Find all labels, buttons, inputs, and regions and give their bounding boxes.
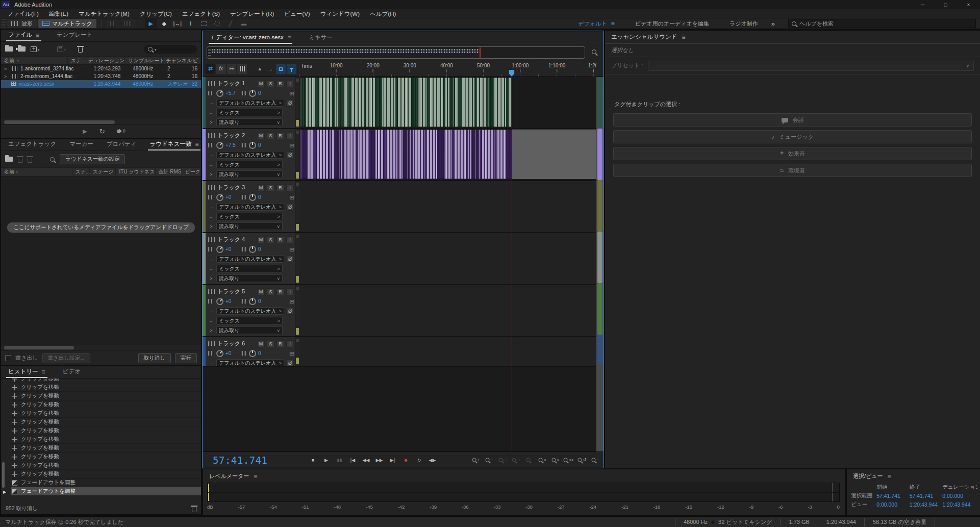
automation-mode-select[interactable]: 読み取り: [216, 170, 283, 178]
playhead-timecode[interactable]: 57:41.741: [213, 455, 267, 466]
history-item[interactable]: クリップを移動: [11, 444, 201, 453]
playhead-handle[interactable]: [509, 70, 515, 77]
selection-end[interactable]: 57:41.741: [910, 493, 942, 499]
track-name[interactable]: トラック 4: [217, 236, 245, 243]
solo-button[interactable]: S: [267, 340, 274, 347]
routing-button[interactable]: [227, 64, 237, 74]
history-scrollbar[interactable]: [2, 394, 5, 488]
mute-button[interactable]: M: [257, 288, 265, 295]
volume-value[interactable]: +0: [225, 246, 239, 252]
panel-tab[interactable]: テンプレート: [55, 31, 94, 41]
phase-invert-button[interactable]: Ø: [286, 256, 294, 263]
history-item[interactable]: クリップを移動: [11, 435, 201, 444]
navigator-zoom-icon[interactable]: [592, 49, 596, 54]
expand-chevron-icon[interactable]: >: [4, 66, 8, 71]
track-lane[interactable]: [299, 233, 596, 284]
level-meter[interactable]: [207, 483, 840, 502]
phase-invert-button[interactable]: Ø: [286, 152, 294, 159]
track-name[interactable]: トラック 2: [217, 132, 245, 139]
solo-button[interactable]: S: [267, 184, 274, 191]
arm-record-button[interactable]: R: [277, 236, 284, 243]
input-select[interactable]: デフォルトのステレオ入力: [216, 307, 284, 315]
zoom-selection-button[interactable]: [522, 454, 535, 466]
lasso-selection-tool-button[interactable]: [211, 19, 223, 28]
zoom-in-point-button[interactable]: <: [536, 454, 548, 466]
menu-item[interactable]: テンプレート(R): [225, 9, 279, 18]
mute-button[interactable]: M: [257, 236, 265, 243]
tag-clip-button[interactable]: ミュージック: [613, 130, 972, 143]
track-zoom-strip[interactable]: [295, 129, 299, 180]
panel-menu-icon[interactable]: [254, 473, 257, 480]
automation-mode-select[interactable]: 読み取り: [216, 327, 283, 334]
history-item[interactable]: クリップを移動: [11, 392, 201, 400]
monitor-input-button[interactable]: I: [286, 340, 294, 347]
fast-forward-button[interactable]: ▶▶: [373, 454, 386, 466]
panel-menu-icon[interactable]: [888, 473, 891, 480]
panel-tab[interactable]: エフェクトラック: [6, 140, 58, 150]
scrollbar-thumb[interactable]: [4, 346, 74, 349]
workspace-overflow-icon[interactable]: »: [771, 20, 775, 28]
panel-menu-icon[interactable]: [42, 368, 45, 375]
workspace-menu-icon[interactable]: [611, 20, 615, 27]
tracks-scrollbar[interactable]: [596, 77, 604, 451]
solo-button[interactable]: S: [267, 132, 274, 139]
editor-tab[interactable]: エディター: vcast-zero.sesx: [209, 34, 292, 44]
multitrack-view-button[interactable]: マルチトラック: [38, 19, 96, 28]
panel-menu-icon[interactable]: [195, 141, 198, 148]
track-lane[interactable]: [299, 77, 596, 128]
pencil-tool-button[interactable]: ╱: [224, 19, 237, 28]
volume-knob[interactable]: [215, 88, 225, 98]
full-zoom-out-button[interactable]: −: [589, 454, 601, 466]
zoom-in-button[interactable]: +: [469, 454, 482, 466]
audio-clip[interactable]: [300, 78, 512, 127]
loudness-settings-button[interactable]: ラウドネス一致の設定: [60, 154, 125, 164]
mute-button[interactable]: M: [257, 184, 265, 191]
volume-knob[interactable]: [215, 296, 225, 307]
tag-clip-button[interactable]: 環境音: [613, 164, 972, 177]
arm-record-button[interactable]: R: [277, 184, 284, 191]
mixer-tab[interactable]: ミキサー: [308, 34, 334, 44]
minimize-button[interactable]: ─: [911, 0, 934, 9]
zoom-out-point-button[interactable]: >: [549, 454, 562, 466]
expand-chevron-icon[interactable]: >: [4, 74, 8, 79]
monitor-input-button[interactable]: I: [286, 132, 294, 139]
pan-value[interactable]: 0: [258, 142, 271, 148]
input-select[interactable]: デフォルトのステレオ入力: [216, 255, 284, 263]
mute-button[interactable]: M: [257, 80, 265, 87]
loudness-table-header[interactable]: 名前 ステ... ステージ ITU ラウドネス 合計 RMS ピーク: [1, 167, 201, 177]
audio-clip[interactable]: [300, 130, 512, 179]
zoom-out-selection-button[interactable]: □: [509, 454, 522, 466]
auto-play-button[interactable]: [117, 130, 119, 133]
mute-button[interactable]: M: [257, 132, 265, 139]
maximize-button[interactable]: □: [934, 0, 957, 9]
track-zoom-strip[interactable]: [295, 233, 299, 284]
history-item[interactable]: クリップを移動: [11, 379, 201, 383]
metering-button[interactable]: [237, 64, 247, 74]
help-search-input[interactable]: [799, 20, 972, 27]
files-search-box[interactable]: [144, 45, 197, 54]
pan-value[interactable]: 0: [258, 90, 271, 96]
phase-invert-button[interactable]: Ø: [286, 204, 294, 211]
run-button[interactable]: 実行: [175, 353, 197, 363]
file-row[interactable]: > 1-ankoromoti_3274.flac 1:20:43.293 480…: [1, 65, 201, 72]
effects-toggle-button[interactable]: [216, 64, 226, 74]
panel-tab[interactable]: マーカー: [67, 140, 95, 150]
panel-tab[interactable]: ビデオ: [61, 368, 83, 378]
menu-item[interactable]: ファイル(F): [2, 9, 44, 18]
navigator-handle[interactable]: [208, 48, 211, 57]
cancel-button[interactable]: 取り消し: [138, 353, 171, 363]
menu-item[interactable]: エフェクト(S): [177, 9, 225, 18]
panel-menu-icon[interactable]: [288, 34, 291, 41]
pan-knob[interactable]: [249, 298, 256, 305]
view-end[interactable]: 1:20:43.944: [910, 501, 942, 508]
record-button[interactable]: ●: [399, 454, 412, 466]
history-item[interactable]: クリップを移動: [11, 400, 201, 409]
automation-mode-select[interactable]: 読み取り: [216, 222, 283, 230]
export-checkbox[interactable]: [5, 355, 11, 361]
files-horizontal-scrollbar[interactable]: [1, 119, 201, 124]
history-item[interactable]: クリップを移動: [11, 383, 201, 392]
metronome-button[interactable]: [255, 64, 265, 74]
save-button[interactable]: [57, 46, 66, 52]
marquee-selection-tool-button[interactable]: [198, 19, 210, 28]
overview-navigator[interactable]: [207, 46, 585, 59]
